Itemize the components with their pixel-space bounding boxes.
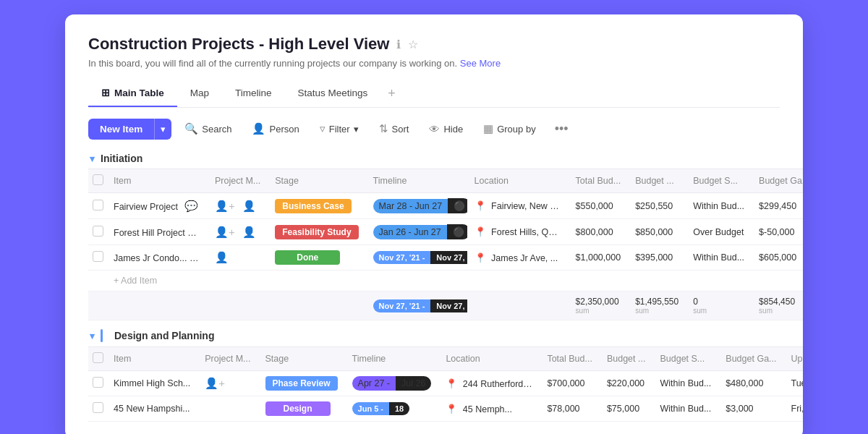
group-by-icon: ▦ [483, 122, 493, 135]
new-item-button[interactable]: New Item [88, 119, 154, 140]
person-icon[interactable]: 👤 [242, 200, 256, 212]
sum-timeline: Nov 27, '21 - Nov 27, '22 [366, 292, 467, 320]
main-card: Construction Projects - High Level View … [65, 14, 803, 434]
new-item-group: New Item ▾ [88, 119, 171, 140]
sort-button[interactable]: ⇅ Sort [372, 118, 417, 140]
header-checkbox[interactable] [93, 174, 103, 185]
row-location: 📍 244 Rutherford ... [438, 371, 540, 396]
group-by-button[interactable]: ▦ Group by [476, 118, 542, 140]
section-initiation-header: ▾ Initiation [88, 153, 780, 164]
page-description: In this board, you will find all of the … [88, 58, 780, 69]
row-budget2: $395,000 [628, 245, 686, 271]
col-timeline: Timeline [345, 347, 439, 371]
row-checkbox[interactable] [88, 245, 106, 271]
initiation-table: Item Project M... Stage Timeline Locatio… [88, 169, 803, 320]
filter-icon: ▿ [320, 122, 326, 135]
tab-status-meetings[interactable]: Status Meetings [285, 82, 381, 107]
tab-bar: ⊞ Main Table Map Timeline Status Meeting… [88, 80, 780, 108]
search-icon: 🔍 [184, 122, 198, 135]
comment-icon[interactable]: 💬 [194, 251, 208, 263]
row-checkbox[interactable] [88, 193, 106, 219]
tab-main-table[interactable]: ⊞ Main Table [88, 81, 177, 107]
star-icon[interactable]: ☆ [408, 38, 418, 51]
table-row: Forest Hill Project 💬 👤+ 👤 Feasibility S… [88, 219, 803, 245]
comment-icon[interactable]: 💬 [192, 226, 205, 238]
row-location: 📍 James Jr Ave, ... [467, 245, 569, 271]
row-timeline: Nov 27, '21 - Nov 27, '22 [366, 245, 467, 271]
row-budget2: $250,550 [628, 193, 686, 219]
info-icon[interactable]: ℹ [396, 38, 401, 51]
sum-budget2: $1,495,550 sum [628, 292, 686, 320]
row-budget-status: Within Bud... [652, 396, 718, 422]
comment-icon[interactable]: 💬 [184, 200, 198, 212]
row-budget2: $220,000 [600, 371, 653, 396]
row-budget2: $75,000 [600, 396, 653, 422]
main-table-icon: ⊞ [101, 87, 110, 98]
col-project-m: Project M... [197, 347, 258, 371]
row-stage: Feasibility Study [268, 219, 365, 245]
col-checkbox [88, 169, 106, 193]
row-budget-status: Within Bud... [652, 371, 718, 396]
row-stage: Business Case [268, 193, 365, 219]
row-budget-gap: $299,450 [752, 193, 803, 219]
person-icon[interactable]: 👤 [215, 251, 229, 263]
design-table: Item Project M... Stage Timeline Locatio… [88, 346, 803, 422]
design-color-bar [101, 329, 103, 342]
add-item-row[interactable]: + Add Item [88, 271, 803, 292]
toolbar: New Item ▾ 🔍 Search 👤 Person ▿ Filter ▾ … [88, 118, 780, 140]
row-budget-status: Within Bud... [686, 245, 752, 271]
more-options-button[interactable]: ••• [549, 119, 574, 140]
row-project-m: 👤 [208, 245, 268, 271]
row-checkbox[interactable] [88, 396, 106, 422]
add-item-label[interactable]: + Add Item [106, 271, 803, 292]
col-upcoming: Upcoming Sta [784, 347, 804, 371]
col-total-budget: Total Bud... [540, 347, 600, 371]
hide-button[interactable]: 👁 Hide [422, 119, 470, 140]
row-total-budget: $1,000,000 [569, 245, 629, 271]
add-tab-button[interactable]: + [380, 80, 403, 107]
col-project-m: Project M... [208, 169, 268, 193]
row-timeline: Jun 5 - 18 [345, 396, 439, 422]
search-button[interactable]: 🔍 Search [177, 118, 239, 140]
col-budget2: Budget ... [628, 169, 686, 193]
row-checkbox[interactable] [88, 219, 106, 245]
row-total-budget: $700,000 [540, 371, 600, 396]
row-timeline: Apr 27 - Jul 26 [345, 371, 439, 396]
person-add-icon[interactable]: 👤+ [215, 200, 235, 212]
see-more-link[interactable]: See More [460, 58, 501, 69]
row-location: 📍 Fairview, New J... [467, 193, 569, 219]
row-total-budget: $550,000 [569, 193, 629, 219]
row-item-name: Kimmel High Sch... [106, 371, 197, 396]
sort-icon: ⇅ [379, 122, 388, 135]
filter-button[interactable]: ▿ Filter ▾ [312, 118, 366, 140]
sum-row: Nov 27, '21 - Nov 27, '22 $2,350,000 sum… [88, 292, 803, 320]
person-add-icon[interactable]: 👤+ [215, 226, 235, 238]
row-checkbox[interactable] [88, 371, 106, 396]
section-design-header: ▾ Design and Planning [88, 329, 780, 342]
col-stage: Stage [268, 169, 365, 193]
person-button[interactable]: 👤 Person [244, 118, 306, 140]
new-item-caret[interactable]: ▾ [154, 119, 171, 140]
person-icon[interactable]: 👤 [242, 226, 256, 238]
table-header-row: Item Project M... Stage Timeline Locatio… [88, 169, 803, 193]
tab-timeline[interactable]: Timeline [222, 82, 285, 107]
location-icon: 📍 [446, 404, 457, 414]
row-stage: Phase Review [258, 371, 345, 396]
row-budget-status: Within Bud... [686, 193, 752, 219]
header-checkbox[interactable] [93, 352, 103, 363]
row-project-m: 👤+ [197, 371, 258, 396]
table-header-row: Item Project M... Stage Timeline Locatio… [88, 347, 803, 371]
col-budget-status: Budget S... [652, 347, 718, 371]
row-budget-status: Over Budget [686, 219, 752, 245]
hide-icon: 👁 [429, 123, 440, 135]
tab-map[interactable]: Map [177, 82, 222, 107]
design-chevron[interactable]: ▾ [90, 331, 95, 341]
row-upcoming: Tue, Jun 7 [784, 371, 804, 396]
col-timeline: Timeline [366, 169, 467, 193]
row-budget-gap: $3,000 [718, 396, 783, 422]
person-add-icon[interactable]: 👤+ [205, 377, 225, 389]
initiation-chevron[interactable]: ▾ [90, 153, 95, 164]
row-project-m [197, 396, 258, 422]
row-budget-gap: $605,000 [752, 245, 803, 271]
col-checkbox [88, 347, 106, 371]
